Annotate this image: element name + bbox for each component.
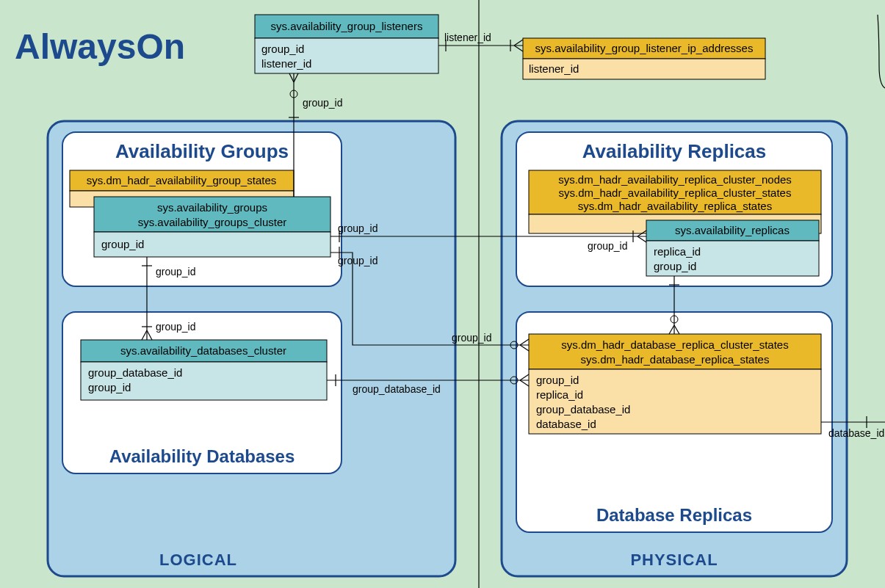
svg-text:sys.availability_databases_clu: sys.availability_databases_cluster — [120, 344, 286, 357]
svg-text:sys.dm_hadr_availability_repli: sys.dm_hadr_availability_replica_cluster… — [559, 186, 792, 199]
svg-text:group_id: group_id — [654, 260, 696, 272]
svg-text:listener_id: listener_id — [261, 57, 311, 70]
svg-line-48 — [289, 73, 294, 82]
svg-text:group_id: group_id — [156, 266, 196, 277]
svg-text:listener_id: listener_id — [529, 62, 579, 75]
svg-text:sys.dm_hadr_database_replica_c: sys.dm_hadr_database_replica_cluster_sta… — [561, 338, 788, 351]
svg-text:sys.availability_groups: sys.availability_groups — [157, 201, 267, 214]
svg-text:group_id: group_id — [156, 321, 196, 333]
availability-databases-title: Availability Databases — [109, 446, 295, 466]
svg-text:sys.dm_hadr_availability_group: sys.dm_hadr_availability_group_states — [87, 174, 276, 186]
svg-text:sys.dm_hadr_database_replica_s: sys.dm_hadr_database_replica_states — [581, 353, 770, 366]
svg-text:sys.dm_hadr_availability_repli: sys.dm_hadr_availability_replica_cluster… — [558, 173, 792, 186]
svg-text:sys.availability_replicas: sys.availability_replicas — [675, 224, 790, 236]
diagram-canvas: AlwaysOn LOGICAL Availability Groups Ava… — [0, 0, 885, 588]
svg-text:group_database_id: group_database_id — [88, 366, 182, 379]
entity-listeners: sys.availability_group_listeners group_i… — [255, 15, 438, 73]
availability-replicas-title: Availability Replicas — [582, 140, 766, 162]
svg-text:group_id: group_id — [452, 332, 492, 344]
svg-text:sys.availability_groups_cluste: sys.availability_groups_cluster — [138, 216, 287, 228]
svg-text:group_id: group_id — [303, 97, 343, 109]
svg-line-49 — [294, 73, 298, 82]
svg-text:group_id: group_id — [338, 255, 378, 266]
svg-text:sys.availability_group_listene: sys.availability_group_listener_ip_addre… — [535, 42, 754, 54]
svg-text:sys.availability_group_listene: sys.availability_group_listeners — [271, 20, 423, 32]
entity-avail-db-cluster: sys.availability_databases_cluster group… — [81, 340, 327, 400]
rel-listeners-to-ips: listener_id — [438, 32, 523, 51]
svg-text:group_database_id: group_database_id — [536, 403, 630, 415]
svg-text:listener_id: listener_id — [444, 32, 491, 43]
svg-text:replica_id: replica_id — [536, 388, 583, 401]
svg-text:group_id: group_id — [338, 222, 378, 234]
svg-text:database_id: database_id — [828, 427, 884, 439]
svg-text:group_database_id: group_database_id — [353, 383, 441, 395]
svg-text:database_id: database_id — [536, 418, 596, 430]
svg-text:group_id: group_id — [588, 240, 628, 252]
entity-availability-groups: sys.availability_groups sys.availability… — [94, 197, 330, 257]
svg-text:group_id: group_id — [261, 43, 304, 55]
title-main: AlwaysOn — [15, 27, 185, 66]
edge-fragment — [878, 15, 885, 88]
logical-label: LOGICAL — [159, 551, 237, 569]
physical-label: PHYSICAL — [630, 551, 718, 569]
svg-text:group_id: group_id — [536, 374, 579, 386]
entity-listener-ips: sys.availability_group_listener_ip_addre… — [523, 38, 765, 79]
entity-availability-replicas: sys.availability_replicas replica_id gro… — [646, 220, 819, 276]
svg-line-42 — [514, 40, 523, 46]
svg-text:group_id: group_id — [88, 381, 131, 393]
database-replicas-title: Database Replicas — [596, 505, 752, 525]
svg-line-43 — [514, 46, 523, 51]
availability-groups-title: Availability Groups — [115, 140, 289, 162]
svg-text:sys.dm_hadr_availability_repli: sys.dm_hadr_availability_replica_states — [578, 200, 772, 212]
svg-text:group_id: group_id — [101, 238, 144, 250]
svg-text:replica_id: replica_id — [654, 245, 701, 258]
entity-db-replica-dmvs: sys.dm_hadr_database_replica_cluster_sta… — [529, 334, 821, 434]
